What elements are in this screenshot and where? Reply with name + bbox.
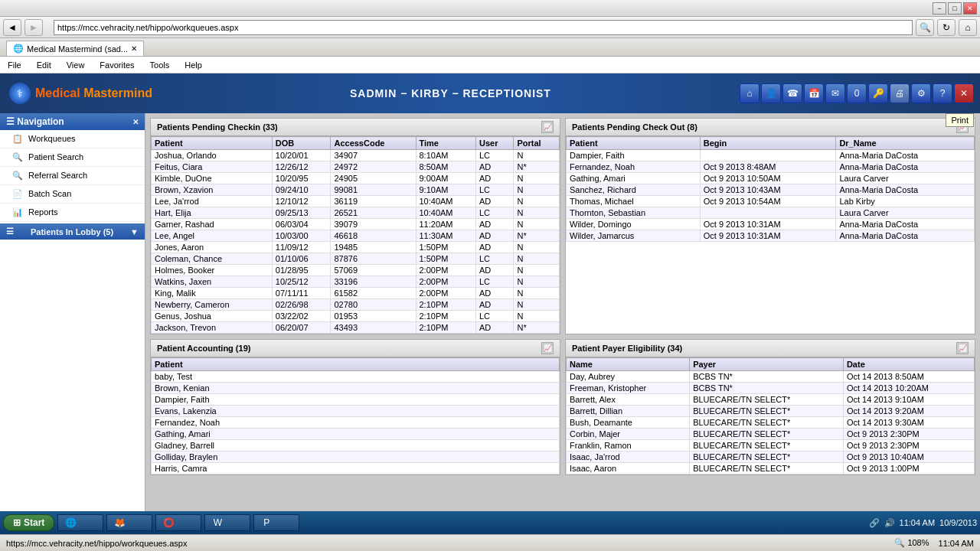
menu-edit[interactable]: Edit bbox=[32, 59, 56, 71]
table-row[interactable]: Harris, Camra bbox=[152, 463, 560, 474]
table-row[interactable]: Jackson, Trevon06/20/07434932:10PMADN* bbox=[152, 322, 560, 334]
patient-eligibility-panel: Patient Payer Eligibility (34) 📈 Name Pa… bbox=[565, 339, 975, 475]
table-row[interactable]: baby, Test bbox=[152, 371, 560, 383]
pending-checkout-table: Patient Begin Dr_Name Dampier, FaithAnna… bbox=[566, 136, 975, 242]
table-row[interactable]: Thomas, MichaelOct 9 2013 10:54AMLab Kir… bbox=[567, 196, 975, 207]
batch-scan-label: Batch Scan bbox=[28, 189, 71, 198]
col-begin: Begin bbox=[700, 137, 836, 150]
table-row[interactable]: Corbin, MajerBLUECARE/TN SELECT*Oct 9 20… bbox=[567, 429, 975, 440]
table-row[interactable]: Kimble, DuOne10/20/95249059:00AMADN bbox=[152, 173, 560, 184]
tab-bar: 🌐 Medical Mastermind (sad... ✕ bbox=[0, 38, 980, 57]
start-button[interactable]: ⊞ Start bbox=[3, 514, 54, 531]
menu-favorites[interactable]: Favorites bbox=[95, 59, 139, 71]
sidebar-item-referral-search[interactable]: 🔍 Referral Search bbox=[0, 167, 145, 185]
table-row[interactable]: Sanchez, RichardOct 9 2013 10:43AMAnna-M… bbox=[567, 184, 975, 196]
table-row[interactable]: Wilder, DomingoOct 9 2013 10:31AMAnna-Ma… bbox=[567, 219, 975, 230]
table-row[interactable]: Fernandez, NoahOct 9 2013 8:48AMAnna-Mar… bbox=[567, 161, 975, 173]
table-row[interactable]: Isaac, AaronBLUECARE/TN SELECT*Oct 9 201… bbox=[567, 463, 975, 474]
email-icon-btn[interactable]: ✉ bbox=[825, 83, 845, 103]
taskbar-item-firefox[interactable]: 🦊 bbox=[106, 514, 152, 531]
close-app-btn[interactable]: ✕ bbox=[954, 83, 974, 103]
table-row[interactable]: Genus, Joshua03/22/02019532:10PMLCN bbox=[152, 311, 560, 322]
col-acc-patient: Patient bbox=[152, 358, 560, 371]
table-row[interactable]: Brown, Kenian bbox=[152, 383, 560, 394]
menu-tools[interactable]: Tools bbox=[145, 59, 175, 71]
sidebar-item-workqueues[interactable]: 📋 Workqueues bbox=[0, 130, 145, 148]
table-row[interactable]: Fernandez, Noah bbox=[152, 417, 560, 429]
login-icon-btn[interactable]: 🔑 bbox=[868, 83, 888, 103]
patients-in-lobby-header[interactable]: ☰ Patients In Lobby (5) ▼ bbox=[0, 223, 145, 240]
refresh-btn[interactable]: ↻ bbox=[937, 19, 956, 36]
table-row[interactable]: Dampier, FaithAnna-Maria DaCosta bbox=[567, 150, 975, 161]
maximize-btn[interactable]: □ bbox=[948, 2, 962, 15]
close-btn[interactable]: ✕ bbox=[963, 2, 977, 15]
table-row[interactable]: Gathing, AmariOct 9 2013 10:50AMLaura Ca… bbox=[567, 173, 975, 184]
tab-close-btn[interactable]: ✕ bbox=[131, 44, 137, 53]
print-icon-btn[interactable]: 🖨 bbox=[890, 83, 910, 103]
address-bar[interactable] bbox=[54, 20, 913, 35]
accounting-chart-icon[interactable]: 📈 bbox=[541, 342, 554, 354]
search-btn[interactable]: 🔍 bbox=[916, 19, 934, 36]
back-btn[interactable]: ◄ bbox=[3, 19, 21, 36]
browser-tab[interactable]: 🌐 Medical Mastermind (sad... ✕ bbox=[6, 41, 144, 56]
sidebar-item-patient-search[interactable]: 🔍 Patient Search bbox=[0, 148, 145, 167]
table-row[interactable]: Lee, Angel10/03/004661811:30AMADN* bbox=[152, 230, 560, 242]
taskbar-item-chrome[interactable]: ⭕ bbox=[155, 514, 201, 531]
calendar-icon-btn[interactable]: 📅 bbox=[804, 83, 824, 103]
menu-file[interactable]: File bbox=[3, 59, 26, 71]
table-row[interactable]: Hart, Elija09/25/132652110:40AMLCN bbox=[152, 207, 560, 219]
home-btn[interactable]: ⌂ bbox=[959, 19, 977, 36]
help-icon-btn[interactable]: ? bbox=[933, 83, 952, 103]
table-row[interactable]: Joshua, Orlando10/20/01349078:10AMLCN bbox=[152, 150, 560, 161]
taskbar-item-ppt[interactable]: P bbox=[253, 514, 299, 531]
badge-icon-btn[interactable]: 0 bbox=[847, 83, 867, 103]
table-row[interactable]: Gladney, Barrell bbox=[152, 440, 560, 452]
sidebar-item-batch-scan[interactable]: 📄 Batch Scan bbox=[0, 185, 145, 204]
col-patient: Patient bbox=[152, 137, 273, 150]
phone-icon-btn[interactable]: ☎ bbox=[782, 83, 802, 103]
window-controls[interactable]: − □ ✕ bbox=[933, 2, 977, 15]
table-row[interactable]: Feitus, Ciara12/26/12249728:50AMADN* bbox=[152, 161, 560, 173]
sidebar-item-reports[interactable]: 📊 Reports bbox=[0, 204, 145, 222]
eligibility-chart-icon[interactable]: 📈 bbox=[956, 342, 969, 354]
taskbar: ⊞ Start 🌐 🦊 ⭕ W P 🔗 🔊 11:04 AM 10/9/2013 bbox=[0, 511, 980, 534]
table-row[interactable]: Holmes, Booker01/28/95570692:00PMADN bbox=[152, 265, 560, 276]
table-row[interactable]: Dampier, Faith bbox=[152, 394, 560, 406]
table-row[interactable]: Brown, Xzavion09/24/10990819:10AMLCN bbox=[152, 184, 560, 196]
top-panel-row: Patients Pending Checkin (33) 📈 Patient … bbox=[150, 118, 975, 334]
referral-search-icon: 🔍 bbox=[12, 171, 23, 180]
table-row[interactable]: Barrett, AlexBLUECARE/TN SELECT*Oct 14 2… bbox=[567, 394, 975, 406]
taskbar-item-word[interactable]: W bbox=[204, 514, 250, 531]
table-row[interactable]: Franklin, RamonBLUECARE/TN SELECT*Oct 9 … bbox=[567, 440, 975, 452]
table-row[interactable]: Thornton, SebastianLaura Carver bbox=[567, 207, 975, 219]
table-row[interactable]: Gathing, Amari bbox=[152, 429, 560, 440]
table-row[interactable]: Newberry, Cameron02/26/98027802:10PMADN bbox=[152, 299, 560, 311]
menu-view[interactable]: View bbox=[62, 59, 90, 71]
nav-collapse-btn[interactable]: ✕ bbox=[132, 118, 139, 126]
patient-accounting-table: Patient baby, TestBrown, KenianDampier, … bbox=[151, 357, 560, 474]
table-row[interactable]: Golliday, Braylen bbox=[152, 452, 560, 463]
patient-eligibility-header: Patient Payer Eligibility (34) 📈 bbox=[566, 340, 975, 357]
table-row[interactable]: Garner, Rashad06/03/043907911:20AMADN bbox=[152, 219, 560, 230]
user-icon-btn[interactable]: 👤 bbox=[761, 83, 781, 103]
forward-btn[interactable]: ► bbox=[24, 19, 43, 36]
table-row[interactable]: Isaac, Ja'rrodBLUECARE/TN SELECT*Oct 9 2… bbox=[567, 452, 975, 463]
table-row[interactable]: Jones, Aaron11/09/12194851:50PMADN bbox=[152, 242, 560, 253]
table-row[interactable]: Coleman, Chance01/10/06878761:50PMLCN bbox=[152, 253, 560, 265]
table-row[interactable]: Evans, Lakenzia bbox=[152, 406, 560, 417]
home-icon-btn[interactable]: ⌂ bbox=[740, 83, 760, 103]
table-row[interactable]: Bush, DeamanteBLUECARE/TN SELECT*Oct 14 … bbox=[567, 417, 975, 429]
table-row[interactable]: Day, AubreyBCBS TN*Oct 14 2013 8:50AM bbox=[567, 371, 975, 383]
table-row[interactable]: Wilder, JamarcusOct 9 2013 10:31AMAnna-M… bbox=[567, 230, 975, 242]
table-row[interactable]: King, Malik07/11/11615822:00PMADN bbox=[152, 288, 560, 299]
minimize-btn[interactable]: − bbox=[933, 2, 946, 15]
checkin-chart-icon[interactable]: 📈 bbox=[541, 121, 554, 133]
table-row[interactable]: Lee, Ja'rrod12/10/123611910:40AMADN bbox=[152, 196, 560, 207]
taskbar-item-ie[interactable]: 🌐 bbox=[57, 514, 103, 531]
table-row[interactable]: Barrett, DillianBLUECARE/TN SELECT*Oct 1… bbox=[567, 406, 975, 417]
bottom-panel-row: Patient Accounting (19) 📈 Patient baby, … bbox=[150, 339, 975, 475]
table-row[interactable]: Watkins, Jaxen10/25/12331962:00PMLCN bbox=[152, 276, 560, 288]
table-row[interactable]: Freeman, KristopherBCBS TN*Oct 14 2013 1… bbox=[567, 383, 975, 394]
settings-icon-btn[interactable]: ⚙ bbox=[911, 83, 931, 103]
menu-help[interactable]: Help bbox=[180, 59, 207, 71]
